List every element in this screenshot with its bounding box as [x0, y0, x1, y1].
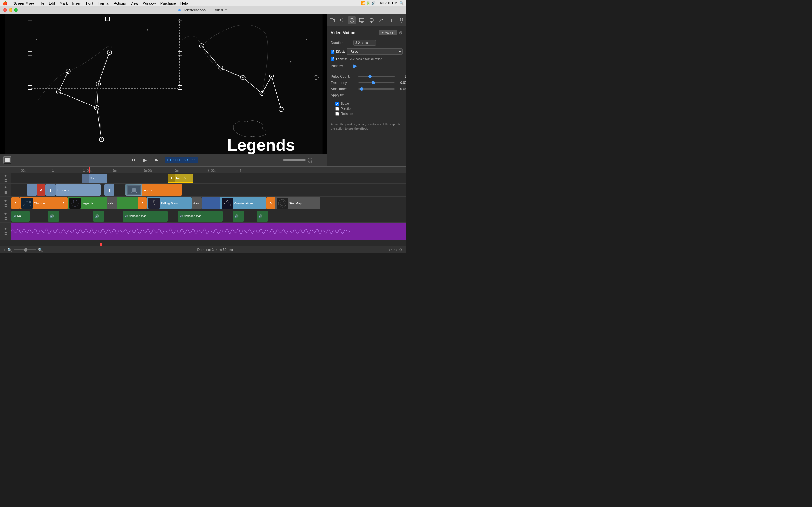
clip-t-1[interactable]: T	[27, 184, 37, 196]
timeline-forward-button[interactable]: ↪	[394, 247, 397, 252]
panel-tool-motion[interactable]	[348, 16, 356, 24]
ruler-mark-3m: 3m	[175, 169, 179, 172]
menu-format[interactable]: Format	[98, 1, 109, 5]
add-track-button[interactable]: +	[3, 247, 6, 252]
menu-insert[interactable]: Insert	[72, 1, 82, 5]
minimize-button[interactable]	[9, 8, 12, 12]
panel-settings-button[interactable]: ⚙	[399, 30, 403, 36]
resize-button[interactable]: ⬜	[3, 156, 11, 164]
clip-narration-1[interactable]: 🔊 Na...	[11, 211, 30, 222]
search-icon[interactable]: 🔍	[400, 1, 404, 5]
clip-narration-2[interactable]: 🔊	[48, 211, 59, 222]
track-content-1[interactable]: T Sta T Po...t S	[11, 173, 406, 183]
zoom-slider[interactable]	[14, 249, 36, 250]
panel-tool-audio[interactable]	[338, 16, 346, 24]
title-dropdown-icon[interactable]: ▼	[225, 8, 227, 11]
track-content-3[interactable]: A Discover A	[11, 196, 406, 210]
clip-a-orange-1[interactable]: A	[11, 197, 20, 209]
effect-checkbox[interactable]	[331, 50, 335, 54]
clip-sta[interactable]: T Sta	[82, 173, 107, 183]
clip-narration-m4a-2[interactable]: 🔊 Narration.m4a	[177, 211, 223, 222]
pulse-count-slider[interactable]	[358, 76, 395, 77]
menu-help[interactable]: Help	[181, 1, 188, 5]
preview-area: Legends ⬜ ⏮ ▶ ⏭ 00:01:33 11 🎧	[0, 14, 327, 166]
track-lock-3[interactable]: ☰	[3, 204, 8, 208]
close-button[interactable]	[3, 8, 7, 12]
track-lock-5[interactable]: ☰	[3, 231, 8, 236]
clip-blue-1[interactable]	[202, 197, 220, 209]
panel-tool-callout[interactable]	[368, 16, 375, 24]
track-eye-1[interactable]: 👁	[3, 173, 8, 178]
track-lock-2[interactable]: ☰	[3, 190, 8, 195]
menu-view[interactable]: View	[131, 1, 139, 5]
menu-font[interactable]: Font	[86, 1, 93, 5]
menu-purchase[interactable]: Purchase	[160, 1, 176, 5]
clip-discover[interactable]: Discover	[20, 197, 59, 209]
timeline-tracks[interactable]: 👁 ☰ T Sta T Po...t S	[0, 173, 406, 245]
menu-screenflow[interactable]: ScreenFlow	[13, 1, 34, 5]
action-button[interactable]: + Action	[379, 30, 397, 36]
zoom-out-button[interactable]: 🔍	[7, 247, 12, 252]
track-lock-4[interactable]: ☰	[3, 217, 8, 221]
apply-position-checkbox[interactable]	[335, 107, 339, 111]
clip-astro[interactable]: Astron...	[125, 184, 182, 196]
fullscreen-button[interactable]	[14, 8, 18, 12]
clip-constellations[interactable]: Constellations	[220, 197, 266, 209]
duration-input[interactable]	[353, 40, 376, 46]
apply-rotation-checkbox[interactable]	[335, 112, 339, 116]
panel-tool-annotation[interactable]	[377, 16, 386, 24]
track-content-music[interactable]	[11, 223, 406, 240]
volume-bar[interactable]	[283, 159, 306, 161]
timeline-back-button[interactable]: ↩	[389, 247, 392, 252]
clip-legends-text[interactable]: Legends	[56, 184, 101, 196]
track-eye-2[interactable]: 👁	[3, 185, 8, 190]
menu-window[interactable]: Window	[143, 1, 156, 5]
frequency-slider[interactable]	[358, 82, 395, 83]
panel-tool-screen[interactable]	[358, 16, 366, 24]
track-eye-3[interactable]: 👁	[3, 199, 8, 203]
effect-select[interactable]: Pulse	[347, 48, 403, 55]
apple-menu[interactable]: 🍎	[2, 1, 8, 6]
rewind-button[interactable]: ⏮	[129, 156, 138, 164]
track-lock-1[interactable]: ☰	[3, 179, 8, 183]
clip-narration-4[interactable]: 🔊	[233, 211, 244, 222]
lock-checkbox[interactable]	[331, 57, 335, 61]
track-eye-5[interactable]: 👁	[3, 226, 8, 231]
panel-tool-text[interactable]	[388, 16, 395, 24]
fastforward-button[interactable]: ⏭	[152, 156, 161, 164]
clip-t-3[interactable]: T	[104, 184, 114, 196]
timeline-ruler: 30s 1m 1m30s 2m 2m30s 3m 3m30s 4	[0, 167, 406, 173]
preview-play-button[interactable]: ▶	[353, 63, 357, 69]
zoom-in-button[interactable]: 🔍	[38, 247, 43, 252]
clip-narration-5[interactable]: 🔊	[257, 211, 268, 222]
clip-t-2[interactable]: T	[45, 184, 56, 196]
svg-text:Legends: Legends	[227, 136, 295, 154]
menu-edit[interactable]: Edit	[49, 1, 55, 5]
clip-falling-stars[interactable]: Falling Stars	[147, 197, 192, 209]
clip-a-orange-2[interactable]: A	[59, 197, 68, 209]
clip-video-badge-1[interactable]: Video	[107, 197, 117, 209]
menu-mark[interactable]: Mark	[59, 1, 68, 5]
panel-tool-touch[interactable]	[397, 16, 405, 24]
clip-green-1[interactable]	[117, 197, 138, 209]
clip-a-orange-3[interactable]: A	[138, 197, 147, 209]
track-content-4[interactable]: 🔊 Na... 🔊 🔊 🔊 Narration.m4a ~~~ 🔊 Narrat…	[11, 210, 406, 222]
clip-video-badge-2[interactable]: Video	[192, 197, 202, 209]
menu-file[interactable]: File	[38, 1, 44, 5]
menu-actions[interactable]: Actions	[114, 1, 126, 5]
track-content-2[interactable]: T A T Legends T	[11, 184, 406, 196]
clip-narration-3[interactable]: 🔊	[93, 211, 104, 222]
clip-a-1[interactable]: A	[37, 184, 45, 196]
clip-a-orange-4[interactable]: A	[266, 197, 275, 209]
play-button[interactable]: ▶	[141, 156, 149, 164]
timeline-settings-button[interactable]: ⚙	[399, 247, 403, 252]
clip-post[interactable]: T Po...t S	[168, 173, 193, 183]
clip-legends-video[interactable]: Legends	[68, 197, 107, 209]
panel-tool-video[interactable]	[328, 16, 336, 24]
apply-scale-checkbox[interactable]	[335, 102, 339, 106]
clip-star-map[interactable]: Star Map	[275, 197, 320, 209]
frequency-row: Frequency: 0.93	[331, 81, 403, 85]
clip-narration-m4a[interactable]: 🔊 Narration.m4a ~~~	[123, 211, 168, 222]
amplitude-slider[interactable]	[358, 89, 395, 90]
track-eye-4[interactable]: 👁	[3, 212, 8, 216]
